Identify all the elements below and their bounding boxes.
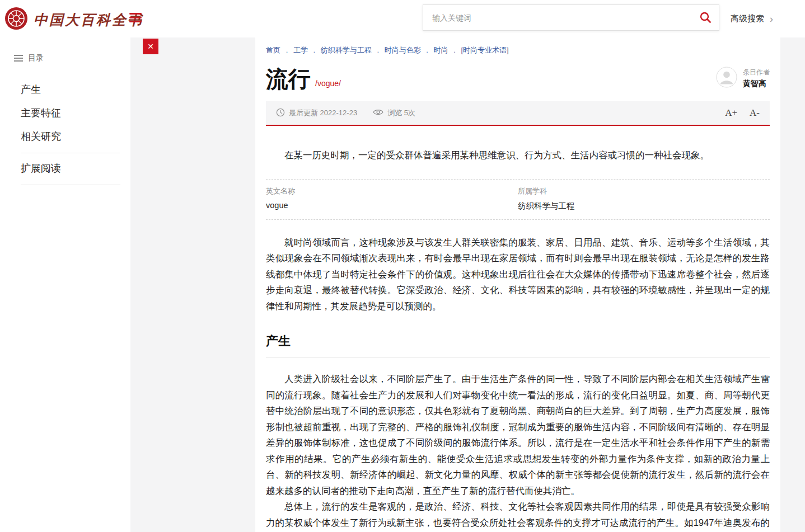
font-size-controls: A+ A- xyxy=(713,107,760,119)
clock-icon xyxy=(276,108,289,119)
breadcrumb-separator: . xyxy=(377,46,379,54)
logo-text: 中国大百科全书 xyxy=(34,11,143,29)
toc-list-extra: 扩展阅读 xyxy=(0,157,130,180)
font-decrease-button[interactable]: A- xyxy=(750,107,760,119)
page-title: 流行 xyxy=(266,67,311,91)
field-value: vogue xyxy=(266,201,518,210)
breadcrumb-term[interactable]: [时尚专业术语] xyxy=(461,46,508,54)
breadcrumb-separator: . xyxy=(453,46,456,54)
author-texts: 条目作者 黄智高 xyxy=(743,68,770,89)
toc-divider xyxy=(21,185,120,185)
toc-item-zhuyaotezheng[interactable]: 主要特征 xyxy=(21,101,120,125)
chevron-right-icon: › xyxy=(770,14,773,24)
breadcrumb-gongxue[interactable]: 工学 xyxy=(293,46,308,54)
toc-item-chansheng[interactable]: 产生 xyxy=(21,78,120,101)
breadcrumb-fangzhi[interactable]: 纺织科学与工程 xyxy=(321,46,372,54)
meta-bar: 最后更新 2022-12-23 浏览 5次 A+ A- xyxy=(266,101,770,126)
toc-header: 目录 xyxy=(14,53,130,63)
advanced-search-label: 高级搜索 xyxy=(731,13,764,24)
last-updated-text: 最后更新 2022-12-23 xyxy=(289,108,357,118)
breadcrumb: 首页 . 工学 . 纺织科学与工程 . 时尚与色彩 . 时尚 . [时尚专业术语… xyxy=(266,45,770,55)
breadcrumb-shishangsecai[interactable]: 时尚与色彩 xyxy=(385,46,421,54)
field-label: 所属学科 xyxy=(518,186,770,196)
paragraph-2: 人类进入阶级社会以来，不同阶层产生了。由于生活生产条件的同一性，导致了不同阶层内… xyxy=(266,371,770,498)
eye-icon xyxy=(373,109,387,117)
article-panel: 首页 . 工学 . 纺织科学与工程 . 时尚与色彩 . 时尚 . [时尚专业术语… xyxy=(255,37,780,532)
font-increase-button[interactable]: A+ xyxy=(725,107,737,119)
menu-icon[interactable] xyxy=(129,13,142,24)
paragraph-3-text: 总体上，流行的发生是客观的，是政治、经济、科技、文化等社会客观因素共同作用的结果… xyxy=(266,501,770,528)
toc-divider xyxy=(21,153,120,153)
logo-seal-icon xyxy=(4,7,28,32)
author-label: 条目作者 xyxy=(743,68,770,77)
field-value: 纺织科学与工程 xyxy=(518,201,770,211)
search-input[interactable] xyxy=(423,5,701,30)
title-alias: /vogue/ xyxy=(315,79,341,88)
close-toc-button[interactable]: ✕ xyxy=(143,39,158,54)
search-box xyxy=(423,4,719,31)
view-count-text: 浏览 5次 xyxy=(387,108,415,118)
title-row: 流行 /vogue/ 条目作者 黄智高 xyxy=(266,67,770,91)
breadcrumb-separator: . xyxy=(426,46,428,54)
article-summary: 在某一历史时期，一定的受众群体普遍采用某种思维意识、行为方式、生活内容或习惯的一… xyxy=(266,147,770,163)
breadcrumb-shishang[interactable]: 时尚 xyxy=(434,46,448,54)
body-area: 目录 产生 主要特征 相关研究 扩展阅读 ✕ 首页 . 工学 . 纺织科学与工程 xyxy=(0,37,805,532)
toc-title: 目录 xyxy=(28,53,44,63)
paragraph-3: 总体上，流行的发生是客观的，是政治、经济、科技、文化等社会客观因素共同作用的结果… xyxy=(266,498,770,532)
site-logo[interactable]: 中国大百科全书 xyxy=(4,7,143,32)
breadcrumb-separator: . xyxy=(313,46,316,54)
page: 中国大百科全书 高级搜索 › 目录 xyxy=(0,0,805,532)
field-english-name: 英文名称 vogue xyxy=(266,186,518,211)
author-box: 条目作者 黄智高 xyxy=(716,67,770,90)
paragraph-1: 就时尚领域而言，这种现象涉及与该发生人群关联密集的服装、家居、日用品、建筑、音乐… xyxy=(266,234,770,314)
toc-list: 产生 主要特征 相关研究 xyxy=(0,78,130,148)
breadcrumb-home[interactable]: 首页 xyxy=(266,46,280,54)
list-icon xyxy=(14,55,23,62)
search-icon xyxy=(699,17,712,25)
section-heading-chansheng: 产生 xyxy=(266,333,770,357)
info-fields: 英文名称 vogue 所属学科 纺织科学与工程 xyxy=(266,179,770,220)
field-discipline: 所属学科 纺织科学与工程 xyxy=(518,186,770,211)
field-label: 英文名称 xyxy=(266,186,518,196)
toc-item-xiangguanyanjiu[interactable]: 相关研究 xyxy=(21,125,120,148)
advanced-search-link[interactable]: 高级搜索 › xyxy=(731,13,773,24)
author-name[interactable]: 黄智高 xyxy=(743,79,770,89)
view-count: 浏览 5次 xyxy=(373,108,415,118)
avatar xyxy=(716,67,737,90)
breadcrumb-separator: . xyxy=(286,46,288,54)
last-updated: 最后更新 2022-12-23 xyxy=(276,108,357,119)
top-header: 中国大百科全书 高级搜索 › xyxy=(0,0,805,37)
search-button[interactable] xyxy=(699,11,712,25)
toc-item-kuozhanyuedu[interactable]: 扩展阅读 xyxy=(21,157,120,180)
toc-sidebar: 目录 产生 主要特征 相关研究 扩展阅读 xyxy=(0,37,130,532)
